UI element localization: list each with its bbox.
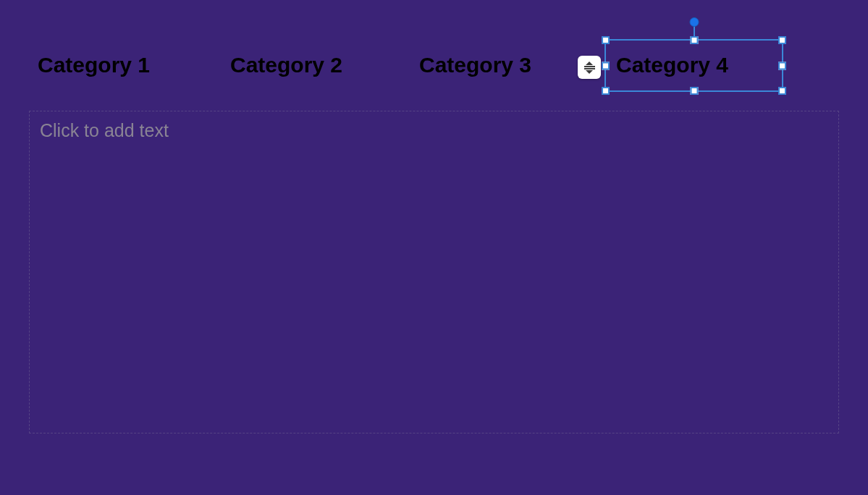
layout-options-button[interactable] [578,56,601,79]
resize-handle-bottom-middle[interactable] [690,87,698,95]
resize-handle-bottom-left[interactable] [602,87,610,95]
category-title-4[interactable]: Category 4 [616,53,728,77]
line-icon [584,68,595,69]
placeholder-text: Click to add text [40,120,169,140]
resize-handle-top-left[interactable] [602,36,610,44]
triangle-down-icon [586,70,593,74]
category-title-1[interactable]: Category 1 [38,53,150,77]
resize-handle-top-middle[interactable] [690,36,698,44]
category-title-2[interactable]: Category 2 [230,53,342,77]
content-placeholder[interactable]: Click to add text [29,111,839,433]
resize-handle-bottom-right[interactable] [778,87,786,95]
resize-handle-top-right[interactable] [778,36,786,44]
triangle-up-icon [586,62,593,65]
resize-handle-middle-right[interactable] [778,62,786,69]
slide-canvas[interactable]: Category 1 Category 2 Category 3 Categor… [0,0,868,495]
resize-handle-middle-left[interactable] [602,62,610,69]
line-icon [584,66,595,67]
rotation-handle[interactable] [689,17,699,27]
category-title-3[interactable]: Category 3 [419,53,531,77]
